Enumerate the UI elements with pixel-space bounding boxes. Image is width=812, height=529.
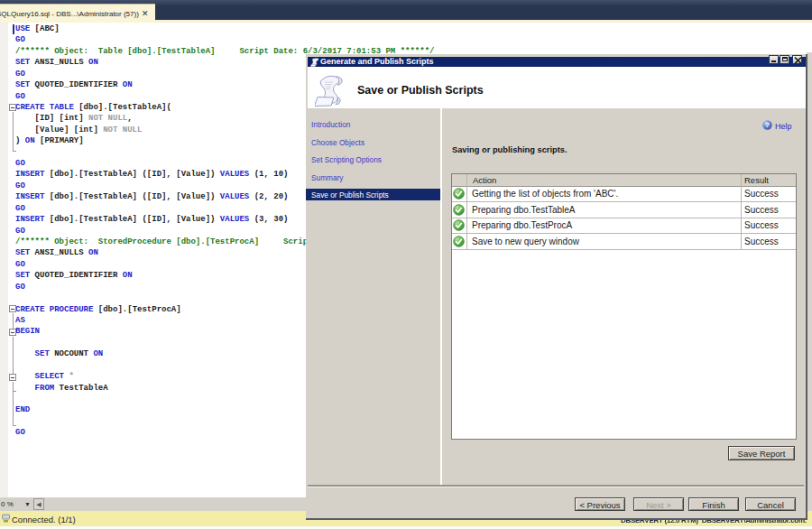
- svg-text:?: ?: [765, 121, 770, 129]
